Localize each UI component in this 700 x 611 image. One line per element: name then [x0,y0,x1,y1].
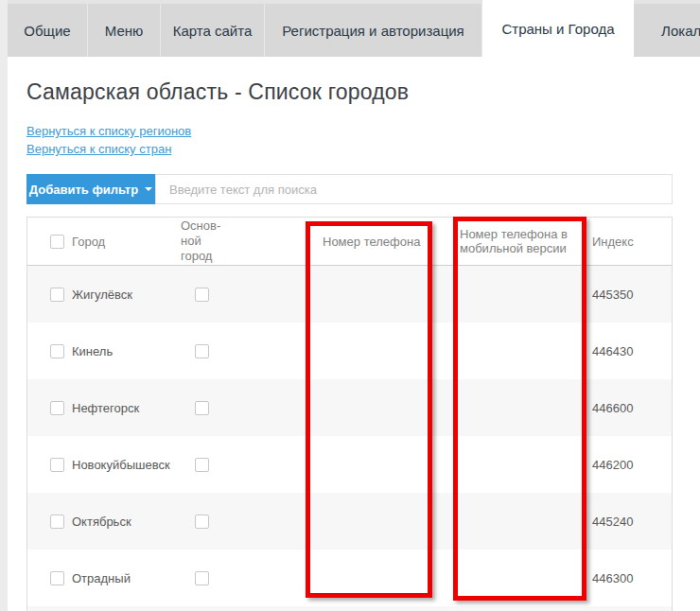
city-cell: Жигулёвск [70,288,179,302]
tab-menu[interactable]: Меню [88,4,161,57]
main-city-checkbox[interactable] [195,571,209,585]
tab-localization[interactable]: Локализация [634,4,700,57]
row-select-checkbox[interactable] [50,344,64,358]
main-city-checkbox[interactable] [195,515,209,529]
table-row: Нефтегорск 446600 [27,379,672,436]
row-select-checkbox[interactable] [50,571,64,585]
column-header-main-city-label: Основ-ной город [181,218,232,264]
table-row: Жигулёвск 445350 [27,266,672,323]
add-filter-button[interactable]: Добавить фильтр [26,174,155,204]
city-cell: Нефтегорск [70,401,179,415]
tab-label: Страны и Города [501,21,614,37]
main-city-checkbox[interactable] [195,288,209,302]
tab-label: Общие [24,23,70,39]
back-to-countries-link[interactable]: Вернуться к списку стран [26,140,673,158]
city-cell: Октябрьск [70,515,179,529]
table-row: Кинель 446430 [27,323,672,379]
column-header-phone-mobile: Номер телефона в мобильной версии [441,227,583,255]
caret-down-icon [145,187,152,191]
index-cell: 445240 [583,515,668,529]
table-row: Новокуйбышевск 446200 [27,436,672,493]
city-cell: Отрадный [70,571,179,585]
add-filter-label: Добавить фильтр [29,183,138,197]
tab-label: Меню [105,23,144,39]
table-row: Отрадный 446300 [27,550,672,606]
tab-label: Локализация [661,23,700,39]
search-input[interactable] [155,174,673,204]
back-to-regions-link[interactable]: Вернуться к списку регионов [26,122,673,140]
column-header-phone: Номер телефона [302,235,441,249]
table-row: Октябрьск 445240 [27,493,672,550]
filter-toolbar: Добавить фильтр [26,174,673,204]
select-all-checkbox[interactable] [50,235,64,249]
row-select-checkbox[interactable] [50,288,64,302]
back-links: Вернуться к списку регионов Вернуться к … [26,122,673,158]
index-cell: 446430 [583,344,668,358]
index-cell: 446300 [583,571,668,585]
content-area: Самарская область - Список городов Верну… [26,57,673,611]
row-select-checkbox[interactable] [50,515,64,529]
city-cell: Новокуйбышевск [70,458,179,472]
city-cell: Кинель [70,344,179,358]
main-city-checkbox[interactable] [195,458,209,472]
page-title: Самарская область - Список городов [26,79,673,105]
tab-general[interactable]: Общие [8,4,88,57]
main-city-checkbox[interactable] [195,344,209,358]
cities-table: Город Основ-ной город Номер телефона Ном… [26,217,673,611]
index-cell: 446600 [583,401,668,415]
table-row-partial [27,606,672,611]
window-left-edge [0,0,8,611]
settings-tabbar: Общие Меню Карта сайта Регистрация и авт… [8,0,700,57]
row-select-checkbox[interactable] [50,458,64,472]
table-header-row: Город Основ-ной город Номер телефона Ном… [27,218,672,266]
tab-sitemap[interactable]: Карта сайта [161,4,265,57]
main-city-checkbox[interactable] [195,401,209,415]
column-header-main-city: Основ-ной город [179,218,302,264]
row-select-checkbox[interactable] [50,401,64,415]
tab-label: Карта сайта [173,23,253,39]
tab-countries-cities[interactable]: Страны и Города [482,0,634,57]
index-cell: 446200 [583,458,668,472]
column-header-index: Индекс [583,235,668,249]
tab-registration-auth[interactable]: Регистрация и авторизация [265,4,482,57]
tab-label: Регистрация и авторизация [282,23,464,39]
index-cell: 445350 [583,288,668,302]
column-header-city: Город [70,235,179,249]
